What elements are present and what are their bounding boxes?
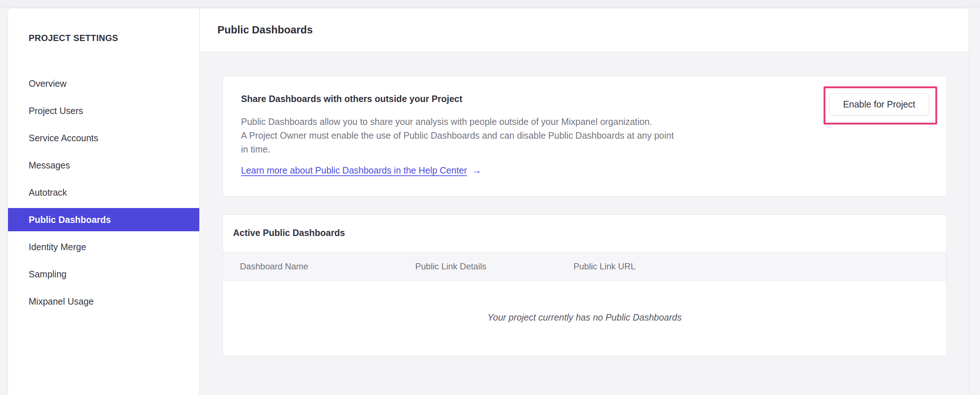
- empty-state-message: Your project currently has no Public Das…: [223, 312, 946, 323]
- sidebar-item-identity-merge[interactable]: Identity Merge: [8, 235, 199, 258]
- help-center-link-label[interactable]: Learn more about Public Dashboards in th…: [241, 165, 467, 176]
- column-header-public-link-details: Public Link Details: [415, 261, 573, 272]
- share-card-title: Share Dashboards with others outside you…: [241, 94, 462, 104]
- project-settings-app: PROJECT SETTINGS Overview Project Users …: [8, 8, 969, 395]
- sidebar-item-overview[interactable]: Overview: [8, 72, 199, 95]
- help-center-link[interactable]: Learn more about Public Dashboards in th…: [241, 165, 482, 176]
- sidebar-item-messages[interactable]: Messages: [8, 154, 199, 177]
- share-card-description-line: Public Dashboards allow you to share you…: [241, 115, 674, 129]
- table-header-row: Dashboard Name Public Link Details Publi…: [223, 252, 946, 281]
- window-top-strip: [0, 0, 980, 8]
- sidebar-nav: Overview Project Users Service Accounts …: [8, 68, 199, 317]
- sidebar-item-project-users[interactable]: Project Users: [8, 99, 199, 123]
- sidebar-item-sampling[interactable]: Sampling: [8, 263, 199, 286]
- page-header: Public Dashboards: [200, 8, 969, 52]
- share-card-description: Public Dashboards allow you to share you…: [241, 115, 674, 156]
- sidebar-item-service-accounts[interactable]: Service Accounts: [8, 126, 199, 150]
- column-header-dashboard-name: Dashboard Name: [240, 261, 415, 272]
- arrow-right-icon: →: [472, 165, 482, 176]
- active-card-title: Active Public Dashboards: [233, 228, 345, 238]
- sidebar-item-autotrack[interactable]: Autotrack: [8, 181, 199, 204]
- active-dashboards-card: Active Public Dashboards Dashboard Name …: [223, 215, 947, 356]
- enable-for-project-button[interactable]: Enable for Project: [829, 93, 929, 115]
- project-settings-sidebar: PROJECT SETTINGS Overview Project Users …: [8, 8, 200, 395]
- sidebar-item-mixpanel-usage[interactable]: Mixpanel Usage: [8, 290, 199, 313]
- sidebar-item-public-dashboards[interactable]: Public Dashboards: [8, 208, 199, 231]
- share-dashboards-card: Share Dashboards with others outside you…: [223, 76, 947, 196]
- share-card-description-line: A Project Owner must enable the use of P…: [241, 129, 674, 142]
- page-title: Public Dashboards: [217, 24, 313, 36]
- sidebar-title: PROJECT SETTINGS: [29, 33, 118, 43]
- content-area: Share Dashboards with others outside you…: [200, 52, 969, 395]
- share-card-description-line: in time.: [241, 142, 674, 156]
- column-header-public-link-url: Public Link URL: [573, 261, 636, 272]
